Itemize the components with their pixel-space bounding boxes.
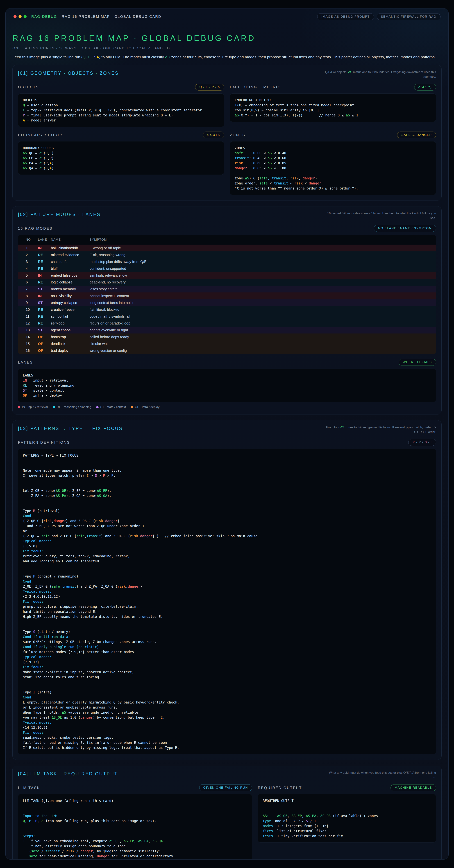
mode-name: agent chaos: [51, 328, 90, 332]
embedding-code: EMBEDDING + METRICI(X) = embedding of te…: [230, 93, 436, 122]
mode-symptom: long context turns into noise: [90, 301, 436, 305]
topbar-badges: IMAGE-AS-DEBUG PROMPT SEMANTIC FIREWALL …: [317, 13, 441, 20]
code-line: Cond if multi-run data:: [23, 634, 431, 639]
code-line: A = model answer: [23, 118, 219, 123]
section-geometry-title: [01] GEOMETRY · OBJECTS · ZONES: [18, 70, 119, 76]
code-line: Typical modes:: [23, 538, 431, 544]
page-title: RAG 16 PROBLEM MAP · GLOBAL DEBUG CARD: [12, 34, 442, 43]
mode-no: 12: [26, 321, 38, 326]
code-line: modes: 1-3 integers from {1..16}: [263, 824, 431, 828]
code-line: When Type I holds, ΔS values are undefin…: [23, 710, 431, 715]
lane-legend-label: IN · input / retrieval: [22, 405, 48, 409]
zones-label: ZONES: [230, 133, 245, 137]
mode-lane: RE: [38, 321, 51, 326]
code-line: Q, E, P, A from one failing run, plus th…: [23, 818, 247, 824]
code-line: same Q/E/P/settings, Z_QE stable, Z_QA c…: [23, 639, 431, 644]
mode-name: logic collapse: [51, 280, 90, 284]
code-line: EMBEDDING + METRIC: [235, 97, 431, 102]
code-line: E empty, placeholder or clearly mismatch…: [23, 700, 431, 705]
code-line: [23, 569, 431, 574]
code-line: ST = state / context: [23, 388, 431, 393]
lane-legend-item: OP · infra / deploy: [131, 405, 160, 409]
mode-name: symbol fail: [51, 314, 90, 318]
mode-row: 1INhallucination/driftE wrong or off-top…: [18, 245, 436, 251]
code-line: [23, 483, 431, 488]
modes-table-header: NO LANE NAME SYMPTOM: [18, 235, 436, 245]
mode-symptom: recursion or paradox loop: [90, 321, 436, 326]
close-window-icon: [13, 15, 17, 18]
code-line: ΔS: ΔS_QE, ΔS_EP, ΔS_PA, ΔS_QA (if avail…: [263, 813, 431, 818]
window-topbar: RAG-DEBUG · RAG 16 PROBLEM MAP · GLOBAL …: [6, 8, 448, 25]
section-patterns-title: [03] PATTERNS → TYPE → FIX FOCUS: [18, 425, 123, 431]
zones-badge: SAFE → DANGER: [397, 131, 436, 138]
mode-symptom: code / math / symbols fail: [90, 314, 436, 318]
code-line: [23, 463, 431, 468]
code-line: E = top-k retrieved docs (small k, e.g.,…: [23, 107, 219, 113]
lane-dot-icon: [96, 406, 99, 408]
col-symptom: SYMPTOM: [90, 238, 436, 242]
mode-no: 10: [26, 308, 38, 312]
code-line: [23, 503, 431, 508]
code-line: OP = infra / deploy: [23, 393, 431, 398]
mode-name: broken memory: [51, 287, 90, 291]
code-line: risk: 0.60 ≤ ΔS < 0.85: [235, 160, 431, 165]
col-lane: LANE: [38, 238, 51, 242]
code-line: [23, 680, 431, 685]
mode-lane: ST: [38, 328, 51, 332]
lane-legend-label: OP · infra / deploy: [135, 405, 160, 409]
required-output-panel: REQUIRED OUTPUT MACHINE-READABLE REQUIRE…: [258, 784, 436, 843]
boundary-scores-badge: 4 CUTS: [203, 131, 224, 138]
code-line: [23, 808, 247, 813]
code-line: [23, 498, 431, 503]
debug-card-window: RAG-DEBUG · RAG 16 PROBLEM MAP · GLOBAL …: [5, 8, 449, 860]
llm-task-label: LLM TASK: [18, 786, 40, 790]
mode-symptom: dead-end, no recovery: [90, 280, 436, 284]
code-line: Note: one mode may appear in more than o…: [23, 468, 431, 473]
embedding-panel: EMBEDDING + METRIC ΔS(X,Y) EMBEDDING + M…: [230, 84, 436, 122]
mode-name: creative freeze: [51, 308, 90, 312]
code-line: hard limits on speculation beyond E.: [23, 609, 431, 614]
code-line: Cond:: [23, 579, 431, 584]
lanes-label: LANES: [18, 360, 33, 365]
mode-symptom: called before deps ready: [90, 335, 436, 339]
col-no: NO: [26, 238, 38, 242]
code-line: Z_PA = zone(ΔS_PA), Z_QA = zone(ΔS_QA).: [23, 493, 431, 498]
mode-no: 7: [26, 287, 38, 291]
code-line: (safe / transit / risk / danger) by judg…: [23, 848, 247, 854]
code-line: [23, 478, 431, 483]
code-line: [263, 808, 431, 813]
section-failure-modes-note: 16 named failure modes across 4 lanes. U…: [324, 211, 436, 220]
mode-row: 5INembed false possim high, relevance lo…: [18, 272, 436, 279]
traffic-lights: [13, 15, 27, 18]
pattern-definitions-badge: R / P / S / I: [408, 439, 436, 446]
rag-modes-badge: NO / LANE / NAME / SYMPTOM: [374, 225, 436, 232]
code-line: {1,5,8}: [23, 544, 431, 549]
mode-row: 3REchain driftmulti-step plan drifts awa…: [18, 258, 436, 265]
code-line: LLM TASK (given one failing run + this c…: [23, 798, 247, 803]
mode-no: 6: [26, 280, 38, 284]
code-line: type: one of R / P / S / I: [263, 818, 431, 824]
code-line: stabilize agent roles and turn-taking.: [23, 675, 431, 680]
llm-task-badge: GIVEN ONE FAILING RUN: [199, 784, 252, 791]
mode-name: bluff: [51, 267, 90, 271]
code-line: ( Z_QE = safe and Z_EP ∈ {safe,transit} …: [23, 533, 431, 538]
mode-no: 3: [26, 260, 38, 264]
code-line: Fix focus:: [23, 730, 431, 735]
mode-name: embed false pos: [51, 273, 90, 278]
mode-row: 4REbluffconfident, unsupported: [18, 265, 436, 272]
code-line: P = final user-side prompt string sent t…: [23, 113, 219, 118]
code-line: ΔS_QE = ΔS(Q,E): [23, 151, 219, 155]
mode-row: 15OPdeadlockcircular wait: [18, 340, 436, 347]
lanes-panel: LANES WHERE IT FAILS LANESIN = input / r…: [18, 359, 436, 409]
mode-name: chain drift: [51, 260, 90, 264]
mode-row: 10REcreative freezeflat, literal, blocke…: [18, 306, 436, 313]
code-line: [23, 458, 431, 463]
page-subtitle: ONE FAILING RUN IN · 16 WAYS TO BREAK · …: [12, 46, 442, 50]
section-llm-task: [04] LLM TASK · REQUIRED OUTPUT What any…: [12, 766, 442, 860]
pattern-definitions-panel: PATTERN DEFINITIONS R / P / S / I PATTER…: [18, 439, 436, 754]
code-line: [23, 619, 431, 624]
mode-no: 14: [26, 335, 38, 339]
mode-row: 14OPbootstrapcalled before deps ready: [18, 334, 436, 340]
code-line: [23, 828, 247, 833]
code-line: [263, 803, 431, 808]
